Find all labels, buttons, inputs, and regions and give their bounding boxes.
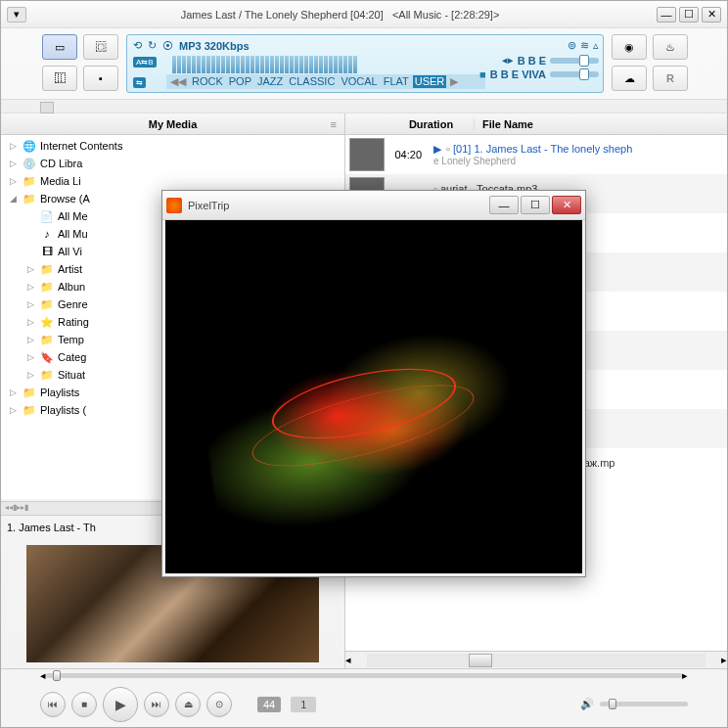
bbe-viva-slider[interactable] (550, 71, 599, 77)
track-thumbnail (349, 138, 385, 171)
action-buttons: ◉ ♨ ☁ R (612, 34, 688, 93)
eq-preset-jazz[interactable]: JAZZ (255, 75, 285, 88)
info-panel: ⟲ ↻ ⦿ MP3 320Kbps A⇆B ⇆ ◀◀ ROCK POP JAZZ… (126, 34, 604, 93)
pixeltrip-window[interactable]: PixelTrip — ☐ ✕ (161, 190, 586, 577)
broadcast-icon[interactable]: ⦿ (162, 40, 173, 52)
h-scrollbar[interactable]: ◂▸ (345, 651, 727, 668)
player-controls: ◂▸ ⏮ ■ ▶ ⏭ ⏏ ⊙ 44 1 🔊 (1, 668, 727, 727)
eq-preset-classic[interactable]: CLASSIC (287, 75, 337, 88)
view-mode-2[interactable]: ⿴ (83, 34, 118, 60)
rip-button[interactable]: R (653, 66, 688, 91)
bbe-label: B B E (518, 55, 546, 67)
volume-slider[interactable] (600, 702, 688, 706)
pixeltrip-close[interactable]: ✕ (552, 196, 581, 214)
col-filename[interactable]: File Name (475, 118, 533, 130)
eq-preset-rock[interactable]: ROCK (190, 75, 225, 88)
bbe-slider[interactable] (550, 58, 599, 64)
track-filename: ▶ ▫ [01] 1. James Last - The lonely shep… (433, 143, 727, 156)
effect-icon-2[interactable]: ≋ (580, 39, 589, 52)
pixeltrip-visualization (165, 220, 582, 573)
pixeltrip-minimize[interactable]: — (489, 196, 519, 214)
tree-item[interactable]: ▷📁Media Li (3, 172, 342, 190)
tree-item[interactable]: ▷🌐Internet Contents (3, 137, 342, 155)
pixeltrip-title: PixelTrip (188, 200, 487, 211)
eq-preset-user[interactable]: USER (413, 75, 447, 88)
track-number-display: 1 (291, 697, 316, 712)
eq-preset-vocal[interactable]: VOCAL (339, 75, 379, 88)
app-menu-button[interactable]: ▾ (7, 7, 26, 23)
track-subtitle: e Lonely Shepherd (433, 156, 727, 166)
ab-repeat-button[interactable]: A⇆B (133, 57, 157, 68)
bbe-viva-label: B B E VIVA (490, 68, 546, 80)
time-display: 44 (257, 697, 281, 712)
chevron-down-icon: ▾ (14, 8, 20, 21)
view-mode-buttons: ▭ ⿴ ⿲ ▪ (42, 34, 118, 93)
record-button[interactable]: ⊙ (206, 692, 232, 717)
pixeltrip-icon (166, 198, 182, 213)
top-toolbar: ▭ ⿴ ⿲ ▪ ⟲ ↻ ⦿ MP3 320Kbps A⇆B ⇆ ◀◀ ROCK (1, 28, 727, 99)
info-side-controls: ⊚≋▵ ◂▸B B E ■B B E VIVA (479, 39, 599, 80)
close-button[interactable]: ✕ (702, 7, 721, 23)
pixeltrip-maximize[interactable]: ☐ (521, 196, 550, 214)
transfer-icon: ☁ (624, 72, 635, 85)
effect-icon[interactable]: ⊚ (568, 39, 576, 52)
media-header[interactable]: My Media (1, 114, 344, 135)
track-duration: 04:20 (385, 149, 428, 160)
stop-button[interactable]: ■ (71, 692, 97, 717)
seek-bar[interactable]: ◂▸ (1, 669, 727, 681)
volume-icon[interactable]: 🔊 (580, 698, 594, 710)
repeat-icon[interactable]: ↻ (148, 39, 157, 52)
effect-icon-3[interactable]: ▵ (593, 39, 599, 52)
play-button[interactable]: ▶ (103, 687, 138, 722)
spectrum-visualizer (172, 54, 479, 73)
eq-presets: ◀◀ ROCK POP JAZZ CLASSIC VOCAL FLAT USER… (166, 74, 485, 89)
col-duration[interactable]: Duration (388, 118, 475, 130)
view-mode-4[interactable]: ▪ (83, 66, 118, 91)
minimize-button[interactable]: — (657, 7, 676, 23)
shuffle-icon[interactable]: ⟲ (133, 39, 142, 52)
burn-button[interactable]: ♨ (653, 34, 688, 60)
codec-label: MP3 320Kbps (179, 40, 250, 52)
window-title: James Last / The Lonely Shepherd [04:20]… (26, 9, 654, 21)
pixeltrip-titlebar[interactable]: PixelTrip — ☐ ✕ (162, 191, 585, 220)
prev-button[interactable]: ⏮ (40, 692, 66, 717)
vis-button[interactable]: ◉ (612, 34, 647, 60)
eject-button[interactable]: ⏏ (175, 692, 201, 717)
next-button[interactable]: ⏭ (144, 692, 169, 717)
eq-preset-pop[interactable]: POP (227, 75, 253, 88)
titlebar: ▾ James Last / The Lonely Shepherd [04:2… (1, 1, 727, 28)
eq-preset-flat[interactable]: FLAT (382, 75, 411, 88)
mode-toggle-button[interactable]: ⇆ (133, 77, 146, 88)
view-mode-1[interactable]: ▭ (42, 34, 77, 60)
volume-control: 🔊 (580, 698, 688, 710)
playlist-row[interactable]: 04:20 ▶ ▫ [01] 1. James Last - The lonel… (345, 135, 727, 174)
tab-band (1, 99, 727, 114)
tree-item[interactable]: ▷💿CD Libra (3, 155, 342, 172)
transfer-button[interactable]: ☁ (612, 66, 647, 91)
maximize-button[interactable]: ☐ (679, 7, 699, 23)
column-header: Duration File Name (345, 114, 727, 135)
burn-icon: ♨ (665, 41, 675, 54)
view-mode-3[interactable]: ⿲ (42, 66, 77, 91)
